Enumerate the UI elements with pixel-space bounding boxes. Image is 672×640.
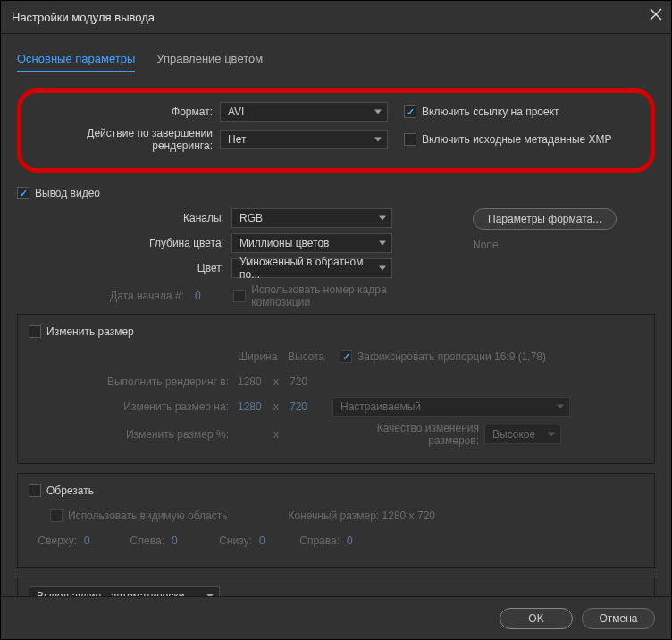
resize-pct-x: x: [273, 428, 290, 441]
crop-right-value: 0: [347, 535, 353, 547]
footer: OK Отмена: [1, 596, 671, 639]
resize-quality-label: Качество изменения размеров:: [325, 422, 479, 447]
video-output-checkbox[interactable]: [17, 187, 29, 199]
use-comp-frame-checkbox: [233, 290, 246, 302]
lock-aspect-checkbox: [340, 350, 352, 363]
depth-select[interactable]: Миллионы цветов: [231, 233, 392, 253]
resize-preset-select: Настраиваемый: [332, 397, 570, 417]
include-xmp-checkbox[interactable]: [404, 133, 416, 146]
resize-section: Изменить размер Ширина Высота Зафиксиров…: [17, 314, 655, 464]
include-xmp-label: Включить исходные метаданные XMP: [422, 133, 612, 146]
crop-top-value: 0: [84, 535, 111, 547]
post-render-action-select[interactable]: Нет: [220, 130, 388, 149]
include-link-label: Включить ссылку на проект: [422, 105, 559, 118]
resize-quality-select: Высокое: [484, 425, 561, 444]
resize-height-header: Высота: [288, 350, 338, 363]
crop-bottom-value: 0: [259, 535, 286, 547]
resize-pct-label: Изменить размер %:: [29, 428, 229, 441]
lock-aspect-label: Зафиксировать пропорции 16:9 (1,78): [357, 350, 546, 363]
crop-title: Обрезать: [46, 484, 94, 497]
content: Основные параметры Управление цветом Фор…: [1, 34, 671, 596]
titlebar: Настройки модуля вывода: [1, 1, 671, 33]
post-render-action-label: Действие по завершении рендеринга:: [34, 127, 213, 152]
resize-to-x: x: [273, 400, 290, 413]
crop-right-label: Справа:: [286, 535, 340, 547]
render-x: x: [273, 375, 290, 388]
final-size-label: Конечный размер: 1280 x 720: [289, 509, 435, 522]
close-icon[interactable]: [650, 8, 662, 24]
title-text: Настройки модуля вывода: [12, 11, 155, 24]
resize-checkbox[interactable]: [29, 325, 41, 338]
crop-section: Обрезать Использовать видимую область Ко…: [17, 473, 655, 568]
render-at-label: Выполнить рендеринг в:: [29, 375, 229, 388]
tab-color[interactable]: Управление цветом: [156, 52, 263, 72]
color-select[interactable]: Умноженный в обратном по...: [231, 258, 392, 278]
channels-select[interactable]: RGB: [231, 208, 392, 228]
start-num-label: Дата начала #:: [17, 290, 184, 302]
use-roi-checkbox: [50, 509, 63, 522]
depth-label: Глубина цвета:: [17, 237, 224, 249]
resize-title: Изменить размер: [46, 325, 134, 338]
crop-bottom-label: Снизу:: [198, 535, 252, 547]
tab-main[interactable]: Основные параметры: [17, 52, 135, 72]
video-output-label: Вывод видео: [35, 187, 100, 199]
start-num-value: 0: [195, 290, 212, 302]
format-highlight-box: Формат: AVI Включить ссылку на проект Де…: [17, 88, 655, 173]
include-link-checkbox[interactable]: [404, 105, 416, 118]
audio-section: Вывод аудио - автоматически Вывод аудио …: [17, 577, 655, 596]
resize-to-width: 1280: [238, 400, 273, 413]
video-format-options-button[interactable]: Параметры формата...: [473, 208, 617, 230]
resize-to-height: 720: [290, 400, 325, 413]
render-width: 1280: [238, 375, 273, 388]
cancel-button[interactable]: Отмена: [582, 608, 655, 629]
use-roi-label: Использовать видимую область: [68, 509, 228, 522]
format-label: Формат:: [34, 105, 213, 118]
color-label: Цвет:: [17, 262, 224, 274]
use-comp-frame-label: Использовать номер кадра композиции: [251, 283, 410, 308]
resize-to-label: Изменить размер на:: [29, 400, 229, 413]
render-height: 720: [290, 375, 307, 388]
channels-label: Каналы:: [17, 212, 224, 224]
tabs: Основные параметры Управление цветом: [17, 52, 655, 72]
crop-top-label: Сверху:: [32, 535, 77, 547]
output-module-settings-dialog: Настройки модуля вывода Основные парамет…: [0, 0, 672, 640]
crop-left-label: Слева:: [111, 535, 164, 547]
format-select[interactable]: AVI: [220, 102, 388, 122]
resize-width-header: Ширина: [238, 350, 288, 363]
crop-checkbox[interactable]: [29, 484, 41, 497]
audio-output-mode-select[interactable]: Вывод аудио - автоматически: [29, 586, 220, 596]
crop-left-value: 0: [172, 535, 198, 547]
format-options-none: None: [473, 239, 499, 251]
ok-button[interactable]: OK: [500, 608, 573, 629]
